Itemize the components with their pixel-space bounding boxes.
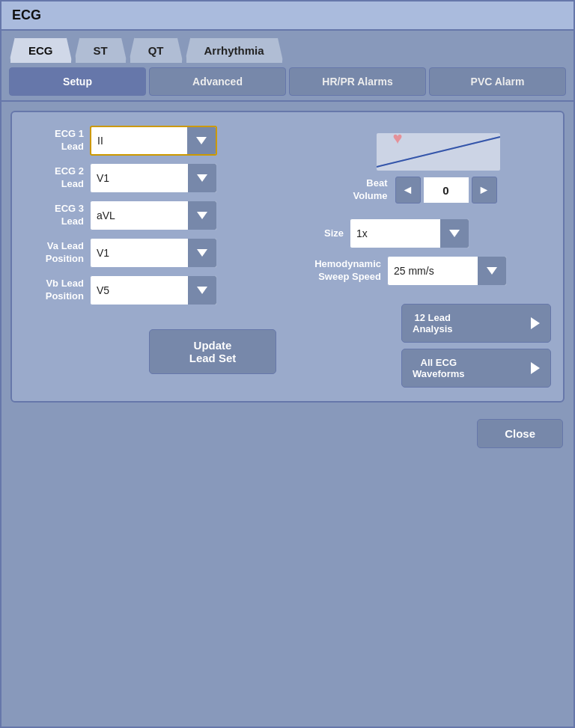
ecg2-arrow[interactable] (188, 164, 216, 192)
ecg-wave (377, 133, 500, 171)
va-lead-value: V1 (91, 242, 188, 263)
chevron-down-icon (197, 249, 207, 257)
size-label: Size (299, 227, 344, 240)
heart-wave-area: ♥ (347, 126, 504, 171)
va-lead-row: Va LeadPosition V1 (24, 238, 276, 268)
ecg3-dropdown[interactable]: aVL (90, 201, 217, 230)
ecg1-value: II (91, 130, 187, 151)
chevron-down-icon (449, 230, 460, 237)
vb-lead-row: Vb LeadPosition V5 (24, 275, 276, 305)
size-dropdown[interactable]: 1x (350, 218, 469, 248)
ecg2-lead-row: ECG 2Lead V1 (24, 163, 276, 193)
ecg3-arrow[interactable] (188, 201, 216, 230)
beat-volume-value: 0 (424, 177, 469, 204)
chevron-down-icon (196, 137, 207, 144)
close-btn-row: Close (1, 412, 574, 459)
sweep-speed-dropdown[interactable]: 25 mm/s (387, 256, 507, 286)
main-panel: ECG 1Lead II ECG 2Lead V1 (10, 111, 565, 403)
size-arrow[interactable] (440, 219, 469, 248)
action-buttons: 12 LeadAnalysis All ECGWaveforms (299, 304, 551, 388)
window-title: ECG (12, 7, 41, 22)
tabs-row: ECG ST QT Arrhythmia (1, 31, 574, 63)
va-lead-dropdown[interactable]: V1 (90, 238, 217, 268)
ecg1-label: ECG 1Lead (24, 128, 84, 153)
ecg3-lead-row: ECG 3Lead aVL (24, 201, 276, 230)
all-ecg-waveforms-button[interactable]: All ECGWaveforms (401, 349, 551, 388)
ecg3-label: ECG 3Lead (24, 203, 84, 228)
subtab-advanced[interactable]: Advanced (149, 67, 286, 96)
vb-lead-label: Vb LeadPosition (24, 278, 84, 303)
tab-st[interactable]: ST (74, 37, 127, 63)
chevron-down-icon (197, 212, 207, 219)
tab-arrhythmia[interactable]: Arrhythmia (185, 37, 284, 63)
ecg1-dropdown[interactable]: II (90, 126, 217, 156)
ecg2-label: ECG 2Lead (24, 165, 84, 191)
sweep-speed-value: 25 mm/s (388, 260, 478, 281)
beat-volume-decrement[interactable]: ◄ (395, 177, 421, 204)
sweep-speed-label: HemodynamicSweep Speed (299, 258, 381, 284)
ecg2-value: V1 (91, 168, 188, 189)
chevron-down-icon (197, 174, 207, 182)
va-lead-label: Va LeadPosition (24, 240, 84, 266)
ecg1-arrow[interactable] (187, 127, 216, 154)
vb-lead-value: V5 (91, 280, 188, 301)
beat-volume-increment[interactable]: ► (472, 177, 497, 204)
subtab-setup[interactable]: Setup (9, 67, 146, 96)
sweep-speed-arrow[interactable] (478, 257, 506, 285)
beat-volume-control: BeatVolume ◄ 0 ► (353, 177, 497, 204)
chevron-down-icon (487, 267, 497, 275)
subtabs-row: Setup Advanced HR/PR Alarms PVC Alarm (1, 63, 574, 102)
12-lead-analysis-button[interactable]: 12 LeadAnalysis (401, 304, 551, 343)
update-lead-set-button[interactable]: UpdateLead Set (149, 329, 276, 374)
sweep-speed-row: HemodynamicSweep Speed 25 mm/s (299, 256, 551, 286)
close-button[interactable]: Close (477, 419, 563, 448)
ecg1-lead-row: ECG 1Lead II (24, 126, 276, 156)
vb-lead-arrow[interactable] (188, 276, 216, 305)
va-lead-arrow[interactable] (188, 239, 216, 267)
size-value: 1x (350, 223, 440, 244)
left-column: ECG 1Lead II ECG 2Lead V1 (24, 126, 276, 388)
ecg3-value: aVL (91, 205, 188, 226)
subtab-pvc-alarm[interactable]: PVC Alarm (429, 67, 566, 96)
chevron-down-icon (197, 287, 207, 294)
vb-lead-dropdown[interactable]: V5 (90, 275, 217, 305)
content-grid: ECG 1Lead II ECG 2Lead V1 (24, 126, 551, 388)
ecg2-dropdown[interactable]: V1 (90, 163, 217, 193)
arrow-right-icon (531, 317, 540, 329)
beat-volume-label: BeatVolume (353, 177, 388, 203)
tab-qt[interactable]: QT (129, 37, 183, 63)
title-bar: ECG (1, 1, 574, 31)
ecg-window: ECG ECG ST QT Arrhythmia Setup Advanced … (0, 0, 575, 728)
tab-ecg[interactable]: ECG (9, 37, 73, 63)
arrow-right-icon (531, 362, 540, 374)
subtab-hr-pr-alarms[interactable]: HR/PR Alarms (289, 67, 426, 96)
size-row: Size 1x (299, 218, 551, 248)
right-column: ♥ BeatVolume ◄ 0 ► (299, 126, 551, 388)
